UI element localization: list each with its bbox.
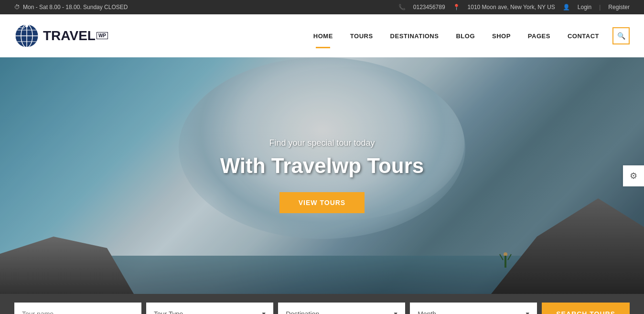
logo-globe-icon: [14, 23, 39, 48]
logo-wp-badge: WP: [97, 32, 108, 39]
hero-subtitle: Find your special tour today: [220, 138, 424, 148]
nav-pages[interactable]: PAGES: [519, 28, 559, 44]
month-select[interactable]: Month January February March April May J…: [410, 303, 537, 314]
tour-name-wrap: [14, 303, 141, 314]
logo[interactable]: TRAVELWP: [14, 23, 108, 48]
tour-type-select[interactable]: Tour Type Adventure Cultural Eco Family: [146, 303, 273, 314]
nav-divider: |: [599, 4, 601, 11]
destination-wrap: Destination Europe Asia Americas Africa …: [278, 303, 405, 314]
main-nav: HOME TOURS DESTINATIONS BLOG SHOP PAGES …: [305, 27, 630, 44]
nav-shop[interactable]: SHOP: [483, 28, 519, 44]
nav-tours[interactable]: TOURS: [342, 28, 382, 44]
hero-content: Find your special tour today With Travel…: [220, 138, 424, 213]
nav-home[interactable]: HOME: [305, 28, 342, 44]
destination-select[interactable]: Destination Europe Asia Americas Africa: [278, 303, 405, 314]
gear-icon: [630, 171, 637, 181]
hours-text: Mon - Sat 8.00 - 18.00. Sunday CLOSED: [23, 4, 128, 11]
user-icon: 👤: [563, 4, 570, 11]
tour-name-input[interactable]: [14, 303, 141, 314]
hero-title: With Travelwp Tours: [220, 154, 424, 178]
nav-blog[interactable]: BLOG: [447, 28, 483, 44]
search-icon: 🔍: [617, 32, 625, 40]
address-text: 1010 Moon ave, New York, NY US: [468, 4, 555, 11]
register-link[interactable]: Register: [608, 4, 630, 11]
settings-float-button[interactable]: [623, 165, 644, 186]
nav-contact[interactable]: CONTACT: [559, 28, 608, 44]
search-bar: Tour Type Adventure Cultural Eco Family …: [0, 294, 644, 314]
tour-type-wrap: Tour Type Adventure Cultural Eco Family …: [146, 303, 273, 314]
header-search-button[interactable]: 🔍: [612, 27, 630, 44]
search-tours-button[interactable]: SEARCH TOURS: [542, 303, 630, 314]
header: TRAVELWP HOME TOURS DESTINATIONS BLOG SH…: [0, 14, 644, 57]
month-wrap: Month January February March April May J…: [410, 303, 537, 314]
topbar: Mon - Sat 8.00 - 18.00. Sunday CLOSED 📞 …: [0, 0, 644, 14]
svg-point-5: [25, 24, 28, 27]
phone-icon: 📞: [398, 4, 406, 11]
clock-icon: [14, 4, 20, 11]
topbar-right: 📞 0123456789 📍 1010 Moon ave, New York, …: [398, 4, 630, 11]
nav-destinations[interactable]: DESTINATIONS: [382, 28, 448, 44]
view-tours-button[interactable]: VIEW TOURS: [279, 192, 365, 213]
location-icon: 📍: [453, 4, 460, 11]
logo-travel: TRAVEL: [43, 28, 96, 43]
hero-section: Find your special tour today With Travel…: [0, 57, 644, 294]
login-link[interactable]: Login: [578, 4, 591, 11]
phone-number: 0123456789: [413, 4, 445, 11]
logo-text-wrap: TRAVELWP: [43, 28, 108, 43]
topbar-hours: Mon - Sat 8.00 - 18.00. Sunday CLOSED: [14, 4, 128, 11]
